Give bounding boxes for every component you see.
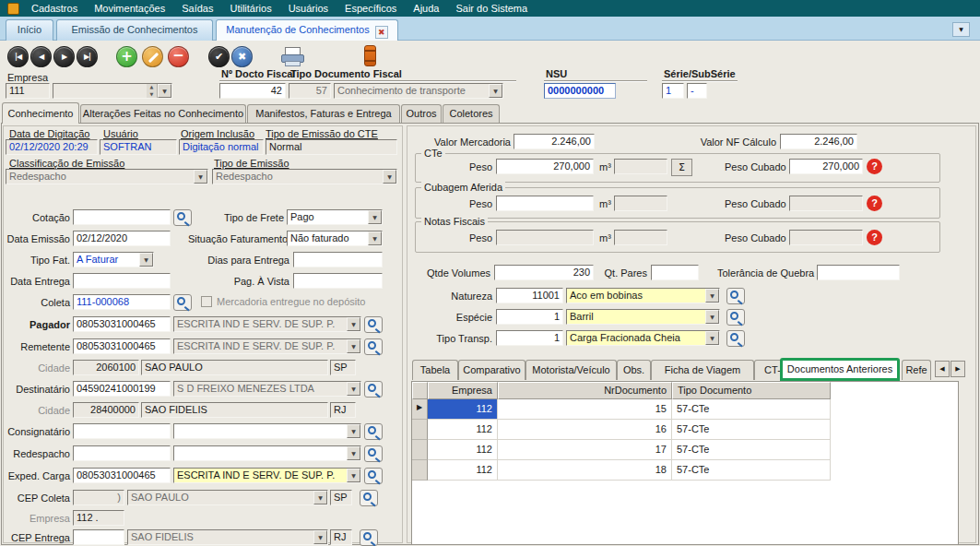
- chevron-down-icon[interactable]: ▼: [952, 22, 970, 37]
- menu-item-movimentacoes[interactable]: Movimentações: [86, 0, 173, 17]
- subtab-ficha-de-viagem[interactable]: Ficha de Viagem: [651, 360, 754, 380]
- dias-entrega-field[interactable]: [293, 252, 383, 267]
- search-destinatario-button[interactable]: [364, 381, 383, 398]
- notas-help-icon[interactable]: ?: [867, 230, 882, 245]
- valor-nf-calculo-field[interactable]: 2.246,00: [780, 134, 857, 149]
- empresa-spinner[interactable]: ▲▼: [147, 84, 158, 98]
- data-emissao-field[interactable]: 02/12/2020: [73, 231, 171, 246]
- tipo-fat-combo[interactable]: A Faturar▼: [73, 252, 154, 267]
- natureza-cod-field[interactable]: 11001: [496, 288, 563, 303]
- search-cotacao-button[interactable]: [173, 209, 192, 226]
- nav-first-button[interactable]: |◀: [7, 46, 29, 67]
- sum-button[interactable]: Σ: [671, 159, 692, 176]
- menu-item-especificos[interactable]: Específicos: [337, 0, 405, 17]
- empresa-combo[interactable]: ▲▼ ▼: [53, 83, 172, 99]
- grid-cell-tipo-documento[interactable]: 57-CTe: [672, 399, 831, 420]
- subtab-scroll-right-icon[interactable]: ▶: [950, 361, 965, 377]
- subtab-referencias[interactable]: Refe: [902, 360, 931, 380]
- subserie-field[interactable]: -: [687, 83, 707, 99]
- natureza-combo[interactable]: Aco em bobinas▼: [566, 288, 720, 303]
- menu-item-usuarios[interactable]: Usuários: [280, 0, 337, 17]
- consignatario-combo[interactable]: ▼: [173, 423, 361, 439]
- add-button[interactable]: +: [116, 46, 137, 67]
- cubagem-help-icon[interactable]: ?: [867, 196, 882, 211]
- nsu-field[interactable]: 0000000000: [544, 83, 616, 99]
- tab-conhecimento[interactable]: Conhecimento: [2, 102, 79, 124]
- grid-cell-empresa[interactable]: 112: [428, 420, 498, 440]
- search-coleta-button[interactable]: [173, 294, 192, 311]
- exped-carga-doc-field[interactable]: 08053031000465: [73, 468, 171, 483]
- tipo-transp-combo[interactable]: Carga Fracionada Cheia▼: [566, 330, 720, 346]
- confirm-button[interactable]: ✔: [208, 46, 230, 67]
- chevron-down-icon[interactable]: ▼: [158, 84, 171, 98]
- situacao-combo[interactable]: Não faturado▼: [287, 231, 383, 246]
- especie-cod-field[interactable]: 1: [496, 309, 563, 325]
- data-entrega-field[interactable]: [73, 273, 171, 289]
- menu-item-ajuda[interactable]: Ajuda: [405, 0, 447, 17]
- nav-next-button[interactable]: ▶: [53, 46, 75, 67]
- search-cep-entrega-button[interactable]: [360, 529, 378, 546]
- remetente-doc-field[interactable]: 08053031000465: [73, 338, 171, 354]
- cte-peso-cubado-field[interactable]: 270,000: [789, 159, 863, 174]
- subtab-comparativo[interactable]: Comparativo: [458, 360, 525, 380]
- chevron-down-icon[interactable]: ▼: [705, 310, 719, 324]
- subtab-scroll-left-icon[interactable]: ◀: [935, 361, 950, 377]
- destinatario-doc-field[interactable]: 04590241000199: [73, 381, 171, 397]
- grid-cell-empresa[interactable]: 112: [428, 399, 498, 420]
- close-icon[interactable]: ✖: [375, 26, 388, 39]
- chevron-down-icon[interactable]: ▼: [705, 289, 719, 303]
- tolerancia-field[interactable]: [817, 265, 900, 280]
- search-tipo-transp-button[interactable]: [726, 330, 745, 347]
- search-pagador-button[interactable]: [364, 316, 383, 333]
- subtab-tabela[interactable]: Tabela: [412, 360, 458, 380]
- pagador-doc-field[interactable]: 08053031000465: [73, 316, 171, 332]
- menu-item-sair-do-sistema[interactable]: Sair do Sistema: [447, 0, 536, 17]
- pag-vista-field[interactable]: [293, 273, 383, 289]
- grid-cell-nrdocumento[interactable]: 17: [498, 440, 672, 460]
- grid-header-nrdocumento[interactable]: NrDocumento: [498, 382, 672, 399]
- coleta-field[interactable]: 111-000068: [73, 294, 171, 310]
- tab-coletores[interactable]: Coletores: [443, 104, 500, 123]
- serie-field[interactable]: 1: [662, 83, 684, 99]
- redespacho-combo[interactable]: ▼: [173, 445, 361, 461]
- edit-button[interactable]: [142, 46, 163, 67]
- cte-help-icon[interactable]: ?: [867, 159, 882, 174]
- delete-button[interactable]: −: [168, 46, 189, 67]
- nav-prev-button[interactable]: ◀: [30, 46, 52, 67]
- grid-cell-empresa[interactable]: 112: [428, 440, 498, 460]
- grid-header-empresa[interactable]: Empresa: [428, 382, 498, 399]
- search-natureza-button[interactable]: [726, 288, 745, 304]
- chevron-down-icon[interactable]: ▼: [368, 210, 382, 224]
- grid-cell-nrdocumento[interactable]: 18: [498, 460, 672, 481]
- chevron-down-icon[interactable]: ▼: [347, 424, 360, 438]
- consignatario-doc-field[interactable]: [73, 423, 171, 439]
- grid-cell-tipo-documento[interactable]: 57-CTe: [672, 440, 831, 460]
- chevron-down-icon[interactable]: ▼: [347, 469, 360, 482]
- tab-manutencao-de-conhecimentos[interactable]: Manutenção de Conhecimentos✖: [216, 19, 398, 41]
- menu-item-saidas[interactable]: Saídas: [173, 0, 221, 17]
- print-button[interactable]: [281, 47, 305, 66]
- search-cep-coleta-button[interactable]: [360, 490, 378, 506]
- tipo-transp-cod-field[interactable]: 1: [496, 330, 563, 346]
- search-remetente-button[interactable]: [364, 338, 383, 355]
- chevron-down-icon[interactable]: ▼: [705, 331, 719, 345]
- tab-emissao-de-conhecimentos[interactable]: Emissão de Conhecimentos: [56, 19, 213, 41]
- cep-entrega-field[interactable]: [73, 529, 124, 545]
- cte-peso-field[interactable]: 270,000: [496, 159, 594, 174]
- search-exped-carga-button[interactable]: [364, 468, 383, 484]
- grid-cell-nrdocumento[interactable]: 15: [498, 399, 672, 420]
- grid-cell-tipo-documento[interactable]: 57-CTe: [672, 460, 831, 481]
- tab-inicio[interactable]: Início: [6, 19, 53, 41]
- qt-pares-field[interactable]: [651, 265, 699, 280]
- grid-cell-tipo-documento[interactable]: 57-CTe: [672, 420, 831, 440]
- tipo-frete-combo[interactable]: Pago▼: [287, 209, 383, 225]
- menu-item-utilitarios[interactable]: Utilitários: [221, 0, 279, 17]
- nav-last-button[interactable]: ▶|: [77, 46, 98, 67]
- subtab-obs[interactable]: Obs.: [617, 360, 651, 380]
- cargo-barrel-icon[interactable]: [364, 45, 376, 66]
- menu-item-cadastros[interactable]: Cadastros: [23, 0, 86, 17]
- cancel-button[interactable]: ✖: [231, 46, 253, 67]
- chevron-down-icon[interactable]: ▼: [347, 446, 360, 460]
- valor-mercadoria-field[interactable]: 2.246,00: [514, 134, 595, 149]
- especie-combo[interactable]: Barril▼: [566, 309, 720, 325]
